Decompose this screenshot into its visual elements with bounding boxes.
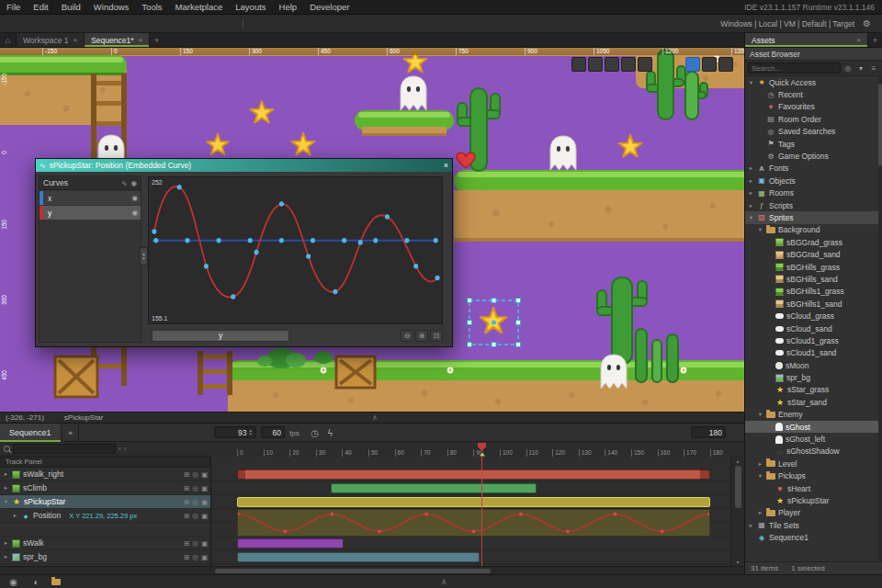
wrench-tool-icon[interactable] (685, 57, 700, 72)
collapse-chevron-icon[interactable] (372, 413, 378, 422)
zoom-fit-icon[interactable] (638, 57, 652, 72)
asset-tree-scrollbar[interactable] (878, 76, 882, 561)
frame-rate-input[interactable]: 60 (261, 426, 285, 438)
menu-item[interactable]: File (0, 2, 27, 12)
track-lock-icon[interactable] (201, 539, 208, 548)
export-icon[interactable] (129, 17, 144, 31)
curve-editor-window[interactable]: sPickupStar: Position (Embedded Curve) C… (35, 158, 453, 347)
asset-tree-item[interactable]: ▸ Tile Sets (745, 519, 878, 531)
asset-tree-item[interactable]: sCloud_sand (745, 322, 878, 334)
tab-assets[interactable]: Assets (745, 33, 868, 47)
asset-tree-item[interactable]: Saved Searches (745, 126, 878, 138)
stop-icon[interactable] (175, 17, 191, 31)
save-all-icon[interactable] (66, 17, 82, 31)
asset-tree-item[interactable]: sPickupStar (745, 494, 878, 506)
menu-item[interactable]: Edit (27, 2, 54, 12)
asset-tree-item[interactable]: spr_bg (745, 371, 878, 383)
asset-tree-item[interactable]: sBGHills1_grass (745, 286, 878, 298)
close-icon[interactable] (138, 36, 142, 44)
asset-tree-item[interactable]: Sequence1 (745, 531, 878, 543)
asset-tree-item[interactable]: sGhost (745, 421, 878, 433)
curve-channel-x[interactable]: x (40, 191, 141, 205)
room-canvas[interactable]: -1500150300450600750900105012001350 -150… (0, 48, 744, 423)
asset-tree-item[interactable]: sBGHills_grass (745, 261, 878, 273)
asset-tree-item[interactable]: ▸ Player (745, 507, 878, 519)
track-visibility-icon[interactable] (192, 470, 198, 479)
menu-item[interactable]: Tools (135, 2, 168, 12)
clip-sclimb[interactable] (331, 483, 537, 493)
track-visibility-icon[interactable] (192, 484, 198, 492)
track-row[interactable]: ▸ sWalk_right (0, 468, 210, 481)
menu-item[interactable]: Marketplace (169, 2, 230, 12)
asset-tree-item[interactable]: sCloud1_sand (745, 347, 878, 359)
asset-tree-item[interactable]: sStar_sand (745, 396, 878, 408)
track-visibility-icon[interactable] (192, 553, 198, 561)
eye-icon[interactable] (130, 179, 137, 187)
start-page-icon[interactable] (0, 33, 17, 47)
expand-chevron-icon[interactable] (441, 577, 447, 586)
asset-tree-item[interactable]: ▸ Fonts (745, 163, 878, 175)
playhead-line[interactable] (481, 457, 482, 566)
clip-swalk[interactable] (237, 538, 344, 548)
build-targets-label[interactable]: Windows | Local | VM | Default | Target (720, 19, 854, 28)
zoom-in-icon[interactable]: ⊕ (415, 330, 428, 342)
track-lock-icon[interactable] (201, 470, 208, 479)
import-icon[interactable] (113, 17, 129, 31)
asset-tree-item[interactable]: sBGGrad_grass (745, 236, 878, 248)
theme-contrast-icon[interactable] (28, 574, 44, 588)
zoom-in-icon[interactable] (605, 57, 619, 72)
add-keyframe-icon[interactable] (180, 443, 193, 455)
asset-tree-item[interactable]: sGhostShadow (745, 446, 878, 458)
tab-workspace1[interactable]: Workspace 1 (17, 33, 85, 47)
prev-match-icon[interactable] (119, 445, 121, 453)
new-project-icon[interactable] (19, 17, 35, 31)
target-device-icon[interactable] (222, 17, 238, 31)
curve-mini-icon[interactable] (121, 179, 127, 187)
track-search-input[interactable] (13, 444, 116, 454)
pin-tab-icon[interactable] (62, 424, 79, 442)
track-visibility-icon[interactable] (192, 498, 198, 506)
menu-item[interactable]: Developer (303, 2, 356, 12)
prev-keyframe-icon[interactable] (165, 443, 178, 455)
zoom-out-icon[interactable]: ⊖ (401, 330, 413, 342)
track-lock-icon[interactable] (201, 498, 208, 506)
asset-tree-item[interactable]: sHeart (745, 482, 878, 494)
asset-tree-item[interactable]: ▾ Background (745, 224, 878, 236)
redo-icon[interactable] (97, 17, 113, 31)
grid-icon[interactable] (571, 57, 586, 72)
asset-search-input[interactable] (748, 62, 841, 74)
close-icon[interactable] (73, 36, 77, 44)
eye-icon[interactable] (131, 194, 138, 202)
position-curve-track[interactable] (237, 509, 710, 537)
asset-tree-item[interactable]: sCloud1_grass (745, 334, 878, 346)
clean-icon[interactable] (191, 17, 207, 31)
new-tab-button[interactable]: + (150, 33, 164, 47)
track-visibility-icon[interactable] (192, 512, 198, 520)
clip-spickupstar[interactable] (237, 497, 710, 507)
go-to-end-icon[interactable] (505, 425, 520, 440)
home-icon[interactable] (4, 17, 19, 31)
clip-swalk-right[interactable] (237, 469, 710, 480)
curve-channel-y[interactable]: y (40, 206, 141, 220)
asset-tree-item[interactable]: Game Options (745, 150, 878, 162)
asset-tree-item[interactable]: ▾ Pickups (745, 470, 878, 482)
tab-sequence1[interactable]: Sequence1* (85, 33, 150, 47)
next-match-icon[interactable] (124, 445, 127, 453)
play-icon[interactable] (488, 425, 503, 440)
close-icon[interactable] (856, 36, 861, 44)
undo-icon[interactable] (82, 17, 97, 31)
asset-tree-item[interactable]: sGhost_left (745, 433, 878, 445)
end-frame-input[interactable]: 180 (691, 426, 726, 438)
asset-tree-item[interactable]: ▾ Enemy (745, 409, 878, 421)
go-to-start-icon[interactable] (470, 425, 485, 440)
menu-item[interactable]: Windows (87, 2, 136, 12)
preview-display-icon[interactable] (523, 425, 537, 440)
help-icon[interactable] (207, 17, 222, 31)
timeline-ruler[interactable]: 0102030405060708090100110120130140150160… (211, 442, 744, 457)
track-matrix-icon[interactable] (184, 484, 189, 492)
track-matrix-icon[interactable] (184, 512, 189, 520)
curve-graph[interactable]: 252 155.1 (148, 176, 443, 324)
asset-tree-item[interactable]: ▾ Quick Access (745, 76, 878, 88)
locate-asset-icon[interactable] (842, 62, 854, 74)
asset-tree-item[interactable]: sMoon (745, 359, 878, 371)
